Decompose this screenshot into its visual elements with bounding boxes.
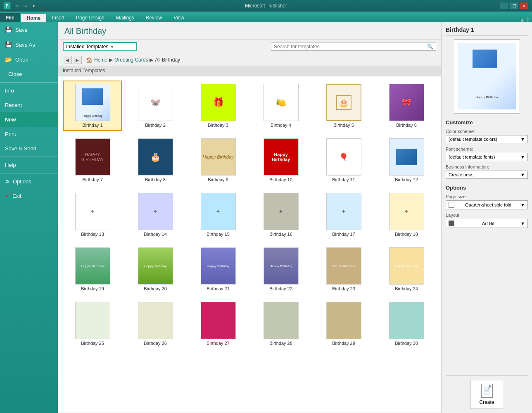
forward-button[interactable]: ▶	[73, 56, 82, 64]
template-name: Birthday 10	[269, 177, 292, 182]
template-name: Birthday 13	[81, 232, 104, 237]
template-item[interactable]: Happy BirthdayBirthday 9	[189, 135, 247, 185]
template-item[interactable]: Happy BirthdayBirthday 1	[63, 81, 122, 131]
sidebar-item-options[interactable]: ⚙ Options	[0, 174, 58, 189]
create-label: Create	[479, 399, 494, 405]
template-item[interactable]: 🍋Birthday 4	[252, 81, 310, 131]
template-item[interactable]: Happy BirthdayBirthday 24	[377, 244, 436, 294]
more-qat-icon[interactable]: ▾	[30, 2, 37, 9]
template-item[interactable]: Birthday 25	[63, 299, 122, 349]
dropdown-arrow-icon: ▼	[110, 45, 114, 49]
tab-mailings[interactable]: Mailings	[110, 13, 140, 22]
template-item[interactable]: Birthday 27	[189, 299, 247, 349]
template-item[interactable]: Happy BirthdayBirthday 19	[63, 244, 122, 294]
sidebar-item-save[interactable]: 💾 Save	[0, 22, 58, 37]
sidebar-item-open[interactable]: 📂 Open	[0, 52, 58, 67]
template-item[interactable]: 🎈Birthday 11	[314, 135, 373, 185]
app-title: Microsoft Publisher	[245, 3, 287, 9]
sidebar-item-recent[interactable]: Recent	[0, 98, 58, 112]
font-scheme-arrow-icon: ▼	[520, 154, 525, 159]
font-scheme-label: Font scheme:	[446, 147, 528, 152]
create-doc-icon: 📄	[481, 384, 493, 398]
collapse-ribbon-icon[interactable]: ▲	[520, 17, 525, 22]
font-scheme-select[interactable]: (default template fonts) ▼	[446, 153, 528, 161]
business-info-value: Create new...	[449, 172, 475, 177]
close-button[interactable]: ✕	[520, 2, 529, 9]
template-name: Birthday 25	[81, 341, 104, 346]
tab-home[interactable]: Home	[21, 13, 46, 22]
template-source-dropdown[interactable]: Installed Templates ▼	[63, 42, 137, 51]
sidebar-label-save-as: Save As	[15, 42, 35, 48]
page-size-select[interactable]: Quarter-sheet side fold ▼	[446, 200, 528, 209]
options-icon: ⚙	[5, 179, 10, 185]
template-thumb	[389, 138, 424, 176]
search-input[interactable]	[274, 44, 427, 50]
sidebar-item-exit[interactable]: ✕ Exit	[0, 189, 58, 203]
templates-grid: Happy BirthdayBirthday 1🐭Birthday 2🎁Birt…	[63, 81, 436, 349]
restore-button[interactable]: ❐	[510, 2, 519, 9]
template-item[interactable]: ✦Birthday 14	[126, 190, 185, 240]
template-thumb: HappyBirthday	[264, 138, 299, 176]
breadcrumb: ◀ ▶ 🏠 Home ▶ Greeting Cards ▶ All Birthd…	[58, 54, 441, 66]
sidebar-label-new: New	[5, 116, 16, 123]
redo-icon[interactable]: ↪	[21, 2, 29, 9]
sidebar-item-new[interactable]: New	[0, 112, 58, 127]
template-name: Birthday 18	[395, 232, 418, 237]
tab-insert[interactable]: Insert	[46, 13, 70, 22]
template-name: Birthday 14	[144, 232, 167, 237]
template-item[interactable]: 🐭Birthday 2	[126, 81, 185, 131]
search-icon[interactable]: 🔍	[427, 44, 433, 50]
sidebar-label-help: Help	[5, 162, 16, 168]
template-item[interactable]: Birthday 28	[252, 299, 310, 349]
template-item[interactable]: 🎂Birthday 8	[126, 135, 185, 185]
breadcrumb-category[interactable]: Greeting Cards	[114, 57, 148, 63]
layout-select[interactable]: Art Bit ▼	[446, 219, 528, 228]
breadcrumb-current: All Birthday	[155, 57, 180, 63]
tab-file[interactable]: File	[0, 13, 20, 22]
template-item[interactable]: ✦Birthday 18	[377, 190, 436, 240]
template-item[interactable]: HAPPYBIRTHDAYBirthday 7	[63, 135, 122, 185]
template-item[interactable]: Birthday 12	[377, 135, 436, 185]
template-item[interactable]: 🎀Birthday 6	[377, 81, 436, 131]
template-item[interactable]: HappyBirthdayBirthday 10	[252, 135, 310, 185]
sidebar-item-print[interactable]: Print	[0, 127, 58, 141]
minimize-button[interactable]: ─	[500, 2, 509, 9]
template-item[interactable]: 🎁Birthday 3	[189, 81, 247, 131]
template-item[interactable]: Happy BirthdayBirthday 21	[189, 244, 247, 294]
template-name: Birthday 8	[145, 177, 166, 182]
template-item[interactable]: ✦Birthday 13	[63, 190, 122, 240]
business-info-select[interactable]: Create new... ▼	[446, 171, 528, 179]
sidebar-item-close[interactable]: Close	[0, 67, 58, 81]
template-item[interactable]: Birthday 26	[126, 299, 185, 349]
sidebar-label-print: Print	[5, 131, 16, 137]
color-scheme-select[interactable]: (default template colors) ▼	[446, 135, 528, 143]
create-button[interactable]: 📄 Create	[470, 380, 503, 409]
template-item[interactable]: Birthday 30	[377, 299, 436, 349]
template-item[interactable]: ✦Birthday 16	[252, 190, 310, 240]
sidebar-item-help[interactable]: Help	[0, 158, 58, 172]
back-button[interactable]: ◀	[63, 56, 72, 64]
template-item[interactable]: Happy BirthdayBirthday 22	[252, 244, 310, 294]
template-item[interactable]: ✦Birthday 15	[189, 190, 247, 240]
template-item[interactable]: Happy BirthdayBirthday 23	[314, 244, 373, 294]
template-name: Birthday 12	[395, 177, 418, 182]
sidebar-item-save-as[interactable]: 💾 Save As	[0, 37, 58, 52]
tab-page-design[interactable]: Page Design	[70, 13, 110, 22]
sidebar-divider-2	[0, 157, 58, 157]
template-item[interactable]: Happy BirthdayBirthday 20	[126, 244, 185, 294]
template-thumb	[326, 302, 361, 339]
tab-review[interactable]: Review	[140, 13, 168, 22]
sidebar-item-save-send[interactable]: Save & Send	[0, 141, 58, 156]
template-thumb: Happy Birthday	[75, 84, 110, 121]
sidebar-item-info[interactable]: Info	[0, 83, 58, 98]
tab-view[interactable]: View	[168, 13, 190, 22]
template-thumb: 🍋	[264, 84, 299, 121]
app-logo: P	[3, 2, 11, 9]
undo-icon[interactable]: ↩	[13, 2, 21, 9]
templates-grid-container[interactable]: Happy BirthdayBirthday 1🐭Birthday 2🎁Birt…	[58, 76, 441, 413]
help-ribbon-icon[interactable]: ?	[526, 17, 529, 22]
template-item[interactable]: Birthday 29	[314, 299, 373, 349]
breadcrumb-home[interactable]: Home	[94, 57, 107, 63]
template-item[interactable]: ✦Birthday 17	[314, 190, 373, 240]
template-item[interactable]: 🎂Birthday 5	[314, 81, 373, 131]
